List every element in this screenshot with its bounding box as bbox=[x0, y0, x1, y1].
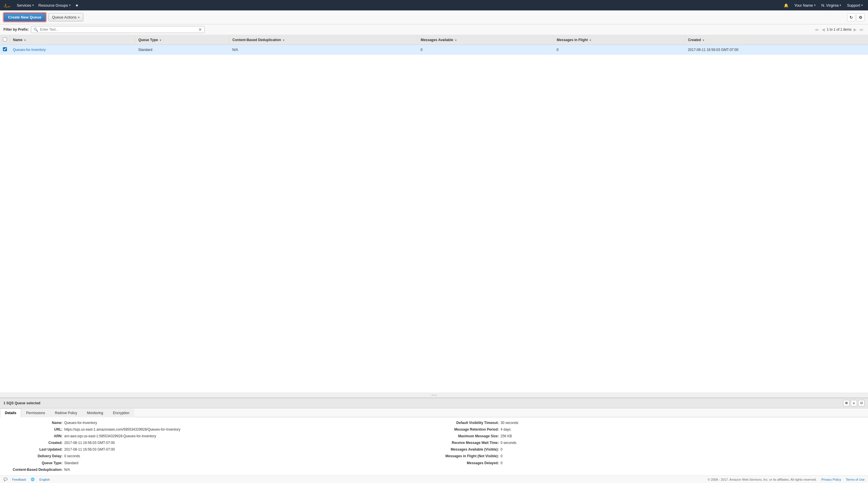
nav-region[interactable]: N. Virginia ▾ bbox=[819, 2, 844, 9]
select-all-header[interactable] bbox=[0, 35, 10, 45]
pagination-text: 1 to 1 of 1 items bbox=[827, 28, 851, 32]
search-input[interactable] bbox=[40, 28, 197, 32]
last-page-icon[interactable]: ⏭ bbox=[859, 27, 865, 32]
select-all-checkbox[interactable] bbox=[3, 37, 7, 41]
nav-bell[interactable]: 🔔 bbox=[781, 2, 791, 9]
panel-view-icons: ⊞ ≡ ⊡ bbox=[843, 400, 865, 406]
user-chevron-icon: ▾ bbox=[814, 4, 816, 7]
panel-icon-btn-3[interactable]: ⊡ bbox=[858, 400, 865, 406]
tab-monitoring[interactable]: Monitoring bbox=[82, 408, 108, 417]
detail-row: Delivery Delay: 0 seconds bbox=[3, 453, 428, 459]
tab-permissions[interactable]: Permissions bbox=[21, 408, 50, 417]
row-messages-available: 0 bbox=[417, 45, 554, 55]
detail-label: Created: bbox=[3, 440, 64, 446]
detail-label: Default Visibility Timeout: bbox=[440, 420, 500, 426]
create-queue-button[interactable]: Create New Queue bbox=[3, 13, 46, 22]
detail-value: 2017-08-11 16:56:03 GMT-07:00 bbox=[64, 447, 115, 452]
queue-type-sort-icon: ▾ bbox=[160, 39, 161, 42]
queue-table-wrap: Name ▾ Queue Type ▾ Content-Based Dedupl… bbox=[0, 35, 868, 393]
table-row[interactable]: Queues-for-Inventory Standard N/A 0 0 20… bbox=[0, 45, 868, 55]
col-created[interactable]: Created ▾ bbox=[685, 35, 868, 45]
detail-label: Last Updated: bbox=[3, 447, 64, 452]
detail-value: https://sqs.us-east-1.amazonaws.com/5855… bbox=[64, 427, 181, 432]
detail-row: Messages in Flight (Not Visible): 0 bbox=[440, 453, 865, 459]
detail-label: Messages Delayed: bbox=[440, 460, 500, 466]
nav-services[interactable]: Services ▾ bbox=[14, 2, 36, 9]
detail-label: URL: bbox=[3, 427, 64, 432]
dedup-sort-icon: ▾ bbox=[283, 39, 284, 42]
row-queue-type: Standard bbox=[135, 45, 229, 55]
detail-row: Last Updated: 2017-08-11 16:56:03 GMT-07… bbox=[3, 447, 428, 452]
detail-value: 0 bbox=[500, 447, 503, 452]
details-left-column: Name: Queues-for-Inventory URL: https://… bbox=[3, 420, 428, 473]
detail-value: 0 seconds bbox=[64, 453, 80, 459]
settings-button[interactable]: ⚙ bbox=[857, 13, 865, 22]
detail-row: Content-Based Deduplication: N/A bbox=[3, 467, 428, 473]
detail-row: Queue Type: Standard bbox=[3, 460, 428, 466]
region-chevron-icon: ▾ bbox=[840, 4, 841, 7]
detail-label: Delivery Delay: bbox=[3, 453, 64, 459]
detail-value: 4 days bbox=[500, 427, 511, 432]
first-page-icon[interactable]: ⏮ bbox=[814, 27, 820, 32]
bell-icon: 🔔 bbox=[784, 3, 788, 7]
detail-value: 0 bbox=[500, 460, 503, 466]
next-page-icon[interactable]: ▶ bbox=[852, 27, 858, 32]
queue-actions-chevron-icon: ▾ bbox=[78, 16, 80, 19]
col-queue-type[interactable]: Queue Type ▾ bbox=[135, 35, 229, 45]
refresh-icon: ↻ bbox=[849, 15, 853, 20]
nav-support[interactable]: Support ▾ bbox=[844, 2, 865, 9]
feedback-link[interactable]: Feedback bbox=[12, 478, 26, 481]
panel-drag-handle[interactable]: • • • bbox=[0, 393, 868, 398]
refresh-button[interactable]: ↻ bbox=[847, 13, 855, 22]
queue-actions-button[interactable]: Queue Actions ▾ bbox=[48, 13, 84, 22]
nav-bookmark[interactable]: ★ bbox=[73, 2, 81, 9]
privacy-policy-link[interactable]: Privacy Policy bbox=[822, 478, 841, 481]
col-messages-in-flight[interactable]: Messages in Flight ▾ bbox=[554, 35, 685, 45]
toolbar-right: ↻ ⚙ bbox=[847, 13, 865, 22]
row-checkbox[interactable] bbox=[3, 47, 7, 51]
col-messages-available[interactable]: Messages Available ▾ bbox=[417, 35, 554, 45]
detail-value: 256 KB bbox=[500, 433, 512, 439]
detail-label: Content-Based Deduplication: bbox=[3, 467, 64, 473]
panel-icon-btn-1[interactable]: ⊞ bbox=[843, 400, 849, 406]
panel-icon-btn-2[interactable]: ≡ bbox=[850, 400, 857, 406]
detail-row: Message Retention Period: 4 days bbox=[440, 427, 865, 432]
support-chevron-icon: ▾ bbox=[861, 4, 863, 7]
detail-row: URL: https://sqs.us-east-1.amazonaws.com… bbox=[3, 427, 428, 432]
bottom-panel-header: 1 SQS Queue selected ⊞ ≡ ⊡ bbox=[0, 398, 868, 408]
settings-icon: ⚙ bbox=[859, 15, 863, 20]
language-link[interactable]: English bbox=[39, 478, 50, 481]
nav-user[interactable]: Your Name ▾ bbox=[792, 2, 818, 9]
feedback-icon: 💬 bbox=[3, 478, 7, 481]
detail-row: Messages Available (Visible): 0 bbox=[440, 447, 865, 452]
table-header-row: Name ▾ Queue Type ▾ Content-Based Dedupl… bbox=[0, 35, 868, 45]
tab-redrive-policy[interactable]: Redrive Policy bbox=[50, 408, 82, 417]
language-icon: 🌐 bbox=[31, 478, 35, 481]
detail-label: Maximum Message Size: bbox=[440, 433, 500, 439]
col-content-based-dedup[interactable]: Content-Based Deduplication ▾ bbox=[229, 35, 418, 45]
queue-table: Name ▾ Queue Type ▾ Content-Based Dedupl… bbox=[0, 35, 868, 55]
detail-row: Default Visibility Timeout: 30 seconds bbox=[440, 420, 865, 426]
clear-filter-icon[interactable]: ✕ bbox=[198, 27, 202, 32]
detail-row: Maximum Message Size: 256 KB bbox=[440, 433, 865, 439]
detail-value: 0 seconds bbox=[500, 440, 517, 446]
tab-details[interactable]: Details bbox=[0, 408, 21, 417]
detail-value: 2017-08-11 16:56:03 GMT-07:00 bbox=[64, 440, 115, 446]
row-checkbox-cell[interactable] bbox=[0, 45, 10, 55]
detail-value: 30 seconds bbox=[500, 420, 518, 426]
tab-encryption[interactable]: Encryption bbox=[108, 408, 134, 417]
detail-label: Name: bbox=[3, 420, 64, 426]
nav-resource-groups[interactable]: Resource Groups ▾ bbox=[36, 2, 73, 9]
terms-of-use-link[interactable]: Terms of Use bbox=[846, 478, 865, 481]
queue-name-link[interactable]: Queues-for-Inventory bbox=[13, 48, 46, 52]
msg-flight-sort-icon: ▾ bbox=[590, 39, 591, 42]
detail-label: Receive Message Wait Time: bbox=[440, 440, 500, 446]
prev-page-icon[interactable]: ◀ bbox=[821, 27, 826, 32]
detail-row: Receive Message Wait Time: 0 seconds bbox=[440, 440, 865, 446]
detail-label: Queue Type: bbox=[3, 460, 64, 466]
detail-value: Standard bbox=[64, 460, 79, 466]
col-name[interactable]: Name ▾ bbox=[10, 35, 135, 45]
detail-value: arn:aws:sqs:us-east-1:585534329928:Queue… bbox=[64, 433, 156, 439]
name-sort-icon: ▾ bbox=[24, 39, 26, 42]
search-icon: 🔍 bbox=[34, 28, 38, 32]
